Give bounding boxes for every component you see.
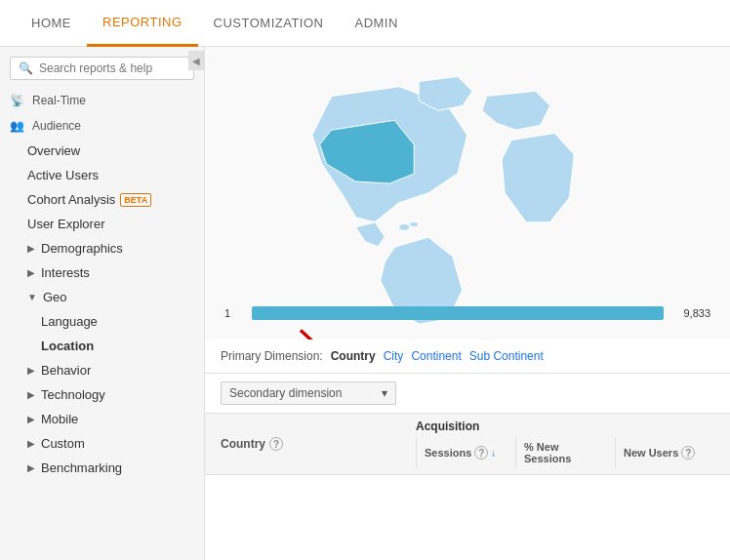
interests-label: Interests (41, 265, 90, 280)
sidebar-item-user-explorer[interactable]: User Explorer (0, 212, 204, 236)
bar-max-label: 9,833 (671, 307, 710, 319)
demographics-label: Demographics (41, 241, 123, 256)
benchmarking-label: Benchmarking (41, 460, 122, 475)
primary-dim-country[interactable]: Country (331, 349, 376, 363)
primary-dim-city[interactable]: City (384, 349, 404, 363)
nav-home[interactable]: HOME (16, 0, 87, 47)
sidebar-realtime[interactable]: 📡 Real-Time (0, 88, 204, 113)
primary-dim-continent[interactable]: Continent (411, 349, 461, 363)
sidebar-collapse-button[interactable]: ◀ (188, 51, 204, 70)
mobile-label: Mobile (41, 412, 78, 426)
sidebar-item-technology[interactable]: ▶ Technology (0, 382, 204, 407)
country-col-label: Country (221, 437, 265, 451)
svg-point-2 (410, 222, 418, 226)
realtime-icon: 📡 (10, 94, 24, 107)
beta-badge: BETA (120, 193, 151, 207)
secondary-dimension-dropdown[interactable]: Secondary dimension ▾ (221, 381, 396, 405)
sidebar-item-custom[interactable]: ▶ Custom (0, 431, 204, 456)
primary-dimension-row: Primary Dimension: Country City Continen… (205, 340, 730, 374)
sidebar-item-geo[interactable]: ▼ Geo (0, 285, 204, 309)
main-content: 1 9,833 Primary Dimension: Country City … (205, 47, 730, 560)
secondary-dimension-row: Secondary dimension ▾ (205, 374, 730, 414)
sidebar: ◀ 🔍 📡 Real-Time 👥 Audience Overview Acti… (0, 47, 205, 560)
audience-icon: 👥 (10, 119, 24, 133)
sidebar-item-language[interactable]: Language (0, 309, 204, 334)
table-col-new-users[interactable]: New Users ? (615, 437, 714, 468)
primary-dim-sub-continent[interactable]: Sub Continent (469, 349, 544, 363)
nav-admin[interactable]: ADMIN (339, 0, 413, 47)
sidebar-item-cohort-analysis[interactable]: Cohort Analysis BETA (0, 187, 204, 212)
geo-label: Geo (43, 290, 67, 304)
table-col-country: Country ? (205, 414, 400, 474)
acquisition-cols: Sessions ? ↓ % New Sessions New Users ? (416, 437, 714, 468)
behavior-label: Behavior (41, 363, 91, 378)
new-sessions-label: % New Sessions (524, 441, 607, 464)
new-users-label: New Users (624, 447, 678, 459)
primary-dimension-label: Primary Dimension: (221, 349, 323, 363)
custom-expand-icon: ▶ (27, 438, 35, 449)
table-col-new-sessions[interactable]: % New Sessions (515, 437, 615, 468)
svg-rect-0 (205, 66, 730, 319)
cohort-label: Cohort Analysis (27, 192, 115, 207)
search-icon: 🔍 (19, 61, 33, 75)
mobile-expand-icon: ▶ (27, 414, 35, 424)
sidebar-item-overview[interactable]: Overview (0, 139, 204, 163)
location-label: Location (41, 339, 94, 353)
interests-expand-icon: ▶ (27, 267, 35, 278)
sidebar-item-interests[interactable]: ▶ Interests (0, 260, 204, 285)
sidebar-item-mobile[interactable]: ▶ Mobile (0, 407, 204, 431)
active-users-label: Active Users (27, 168, 99, 182)
country-help-icon[interactable]: ? (269, 437, 283, 451)
sidebar-item-active-users[interactable]: Active Users (0, 163, 204, 187)
new-users-help-icon[interactable]: ? (681, 446, 695, 460)
audience-label: Audience (32, 119, 81, 133)
acquisition-header: Acquisition Sessions ? ↓ % New Sessions … (400, 414, 730, 474)
world-map (205, 47, 730, 340)
search-input[interactable] (39, 61, 185, 75)
user-explorer-label: User Explorer (27, 217, 104, 231)
sidebar-audience-header[interactable]: 👥 Audience (0, 113, 204, 139)
secondary-dimension-label: Secondary dimension (229, 386, 342, 400)
realtime-label: Real-Time (32, 94, 86, 107)
search-box[interactable]: 🔍 (10, 57, 194, 80)
benchmarking-expand-icon: ▶ (27, 462, 35, 473)
acquisition-label: Acquisition (416, 420, 714, 433)
sidebar-item-demographics[interactable]: ▶ Demographics (0, 236, 204, 260)
table-header: Country ? Acquisition Sessions ? ↓ % New… (205, 414, 730, 475)
sessions-sort-icon[interactable]: ↓ (491, 448, 496, 459)
sidebar-item-location[interactable]: Location (0, 334, 204, 358)
bar-track (252, 306, 664, 320)
top-navigation: HOME REPORTING CUSTOMIZATION ADMIN (0, 0, 730, 47)
main-layout: ◀ 🔍 📡 Real-Time 👥 Audience Overview Acti… (0, 47, 730, 560)
secondary-dimension-dropdown-arrow: ▾ (382, 386, 387, 400)
svg-point-1 (399, 224, 409, 230)
behavior-expand-icon: ▶ (27, 365, 35, 376)
sessions-help-icon[interactable]: ? (474, 446, 488, 460)
sidebar-item-behavior[interactable]: ▶ Behavior (0, 358, 204, 382)
sessions-label: Sessions (425, 447, 471, 459)
technology-label: Technology (41, 387, 105, 402)
bar-min-label: 1 (224, 307, 244, 319)
nav-reporting[interactable]: REPORTING (87, 0, 198, 47)
map-area: 1 9,833 (205, 47, 730, 340)
language-label: Language (41, 314, 98, 329)
overview-label: Overview (27, 143, 80, 158)
table-col-sessions[interactable]: Sessions ? ↓ (416, 437, 515, 468)
map-bar-scale: 1 9,833 (224, 306, 710, 320)
geo-expand-icon: ▼ (27, 292, 37, 302)
custom-label: Custom (41, 436, 85, 451)
technology-expand-icon: ▶ (27, 389, 35, 400)
nav-customization[interactable]: CUSTOMIZATION (198, 0, 340, 47)
demographics-expand-icon: ▶ (27, 243, 35, 254)
sidebar-item-benchmarking[interactable]: ▶ Benchmarking (0, 456, 204, 480)
